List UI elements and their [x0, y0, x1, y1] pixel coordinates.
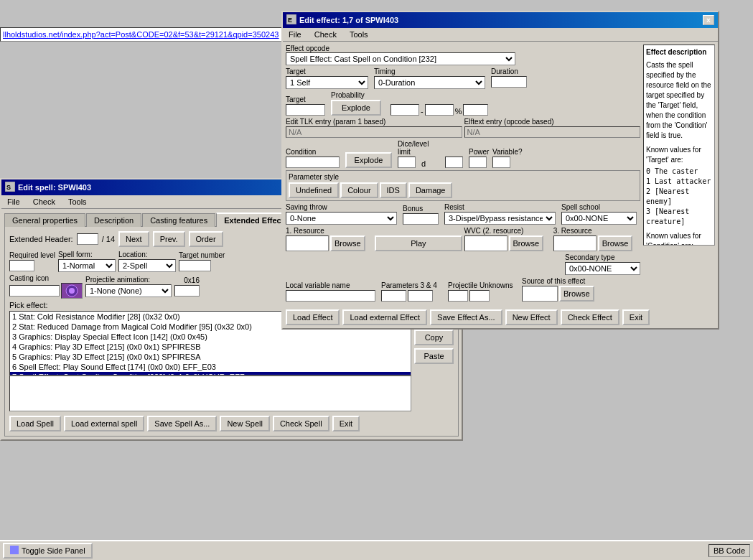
- variable-label: Variable?: [492, 148, 514, 156]
- spell-school-group: Spell school 0x00-NONE: [561, 203, 640, 225]
- power-input[interactable]: 4: [469, 157, 487, 168]
- casting-icon-svg: [65, 284, 79, 298]
- target-number-input[interactable]: 5-Self: [179, 260, 211, 271]
- spell-exit-button[interactable]: Exit: [332, 416, 360, 431]
- required-level-input[interactable]: 1: [9, 260, 34, 271]
- target1-label: Target: [286, 67, 372, 75]
- effect-dialog: E Edit effect: 1,7 of SPWI403 × File Che…: [281, 11, 719, 330]
- wvc-input[interactable]: [464, 235, 508, 251]
- toggle-side-panel-button[interactable]: Toggle Side Panel: [3, 543, 93, 559]
- source-browse-button[interactable]: Browse: [559, 286, 594, 302]
- secondary-type-group: Secondary type 0x00-NONE: [565, 253, 640, 275]
- resource1-input-row: YOUR_EFF Browse: [286, 235, 373, 251]
- proj-u2-input[interactable]: 0: [469, 290, 490, 302]
- play-button[interactable]: Play: [375, 235, 462, 251]
- list-item[interactable]: 5 Graphics: Play 3D Effect [215] (0x0 0x…: [10, 352, 411, 362]
- local-var-input[interactable]: [286, 290, 375, 302]
- address-bar[interactable]: llholdstudios.net/index.php?act=Post&COD…: [0, 27, 282, 42]
- next-button[interactable]: Next: [118, 231, 149, 247]
- prev-button[interactable]: Prev.: [153, 231, 185, 247]
- param-damage-button[interactable]: Damage: [408, 182, 453, 198]
- wvc-browse-button[interactable]: Browse: [509, 235, 544, 251]
- resource3-browse-button[interactable]: Browse: [598, 235, 633, 251]
- param3-input[interactable]: 0: [381, 290, 406, 302]
- tab-casting-features[interactable]: Casting features: [142, 213, 215, 227]
- resource3-input[interactable]: [553, 235, 597, 251]
- list-item[interactable]: 3 Graphics: Display Special Effect Icon …: [10, 332, 411, 342]
- param-style-label: Parameter style: [289, 173, 637, 181]
- resource1-input[interactable]: YOUR_EFF: [286, 235, 329, 251]
- load-spell-button[interactable]: Load Spell: [9, 416, 61, 431]
- hex-input[interactable]: [174, 285, 200, 297]
- prob-explode-button[interactable]: Explode: [331, 100, 381, 116]
- condition-explode-button[interactable]: Explode: [345, 152, 392, 168]
- spell-menu-file[interactable]: File: [4, 197, 23, 207]
- ext-header-input[interactable]: 1: [77, 233, 98, 245]
- secondary-type-select[interactable]: 0x00-NONE: [565, 262, 640, 275]
- effect-menu-tools[interactable]: Tools: [347, 29, 371, 39]
- effect-dialog-close[interactable]: ×: [703, 15, 714, 25]
- spell-school-select[interactable]: 0x00-NONE: [561, 212, 637, 225]
- condition-input[interactable]: 0: [286, 157, 340, 168]
- effect-menu-file[interactable]: File: [286, 29, 304, 39]
- target1-select[interactable]: 1 Self: [286, 76, 368, 89]
- tab-description[interactable]: Description: [86, 213, 141, 227]
- list-item[interactable]: 6 Spell Effect: Play Sound Effect [174] …: [10, 362, 411, 372]
- save-effect-as-button[interactable]: Save Effect As...: [430, 309, 502, 325]
- resist-select[interactable]: 3-Dispel/Bypass resistance: [444, 212, 556, 225]
- description-title: Effect description: [646, 47, 712, 57]
- param-undefined-button[interactable]: Undefined: [289, 182, 339, 198]
- prob-to-input[interactable]: 100: [425, 104, 454, 116]
- toggle-side-panel-icon: [10, 546, 19, 556]
- resource1-browse-button[interactable]: Browse: [330, 235, 365, 251]
- effect-exit-button[interactable]: Exit: [622, 309, 650, 325]
- proj-u1-input[interactable]: 0: [448, 290, 468, 302]
- location-label: Location:: [118, 251, 176, 258]
- timing2-input[interactable]: 0: [463, 104, 488, 116]
- paste-effect-button[interactable]: Paste: [414, 348, 454, 364]
- target-number-group: Target number 5-Self: [179, 251, 225, 271]
- copy-effect-button[interactable]: Copy: [414, 330, 454, 345]
- order-button[interactable]: Order: [189, 231, 223, 247]
- param-colour-button[interactable]: Colour: [340, 182, 378, 198]
- effect-menu-check[interactable]: Check: [312, 29, 340, 39]
- opcode-select[interactable]: Spell Effect: Cast Spell on Condition [2…: [286, 52, 515, 65]
- new-effect-button[interactable]: New Effect: [505, 309, 558, 325]
- duration-label: Duration: [491, 67, 548, 75]
- variable-input[interactable]: 0: [492, 157, 510, 168]
- target2-input[interactable]: 1: [286, 104, 325, 116]
- load-external-effect-button[interactable]: Load external Effect: [342, 309, 427, 325]
- param-ids-button[interactable]: IDS: [380, 182, 407, 198]
- list-item[interactable]: 4 Graphics: Play 3D Effect [215] (0x0 0x…: [10, 342, 411, 352]
- timing-label: Timing: [374, 67, 489, 75]
- prob-from-input[interactable]: 0: [390, 104, 419, 116]
- d2-input[interactable]: 0: [445, 157, 463, 168]
- check-spell-button[interactable]: Check Spell: [273, 416, 329, 431]
- save-spell-as-button[interactable]: Save Spell As...: [147, 416, 217, 431]
- param4-input[interactable]: 0: [408, 290, 433, 302]
- projectile-select[interactable]: 1-None (None): [85, 284, 172, 297]
- saving-throw-select[interactable]: 0-None: [286, 212, 397, 225]
- new-spell-button[interactable]: New Spell: [220, 416, 270, 431]
- source-input[interactable]: [522, 286, 558, 302]
- spell-form-select[interactable]: 1-Normal: [58, 259, 116, 272]
- bonus-input[interactable]: 0: [403, 213, 439, 225]
- timing-select[interactable]: 0-Duration: [374, 76, 485, 89]
- saving-throw-row: Saving throw 0-None Bonus 0 Resist 3-Dis…: [286, 203, 640, 225]
- load-external-spell-button[interactable]: Load external spell: [64, 416, 144, 431]
- casting-icon-input[interactable]: SPWI403B: [9, 285, 60, 297]
- duration-input[interactable]: 60: [491, 76, 527, 88]
- check-effect-button[interactable]: Check Effect: [561, 309, 619, 325]
- params34-group: Parameters 3 & 4 0 0: [381, 281, 446, 302]
- location-select[interactable]: 2-Spell: [118, 259, 176, 272]
- target-val-0: 0 The caster: [646, 167, 712, 177]
- spell-menu-tools[interactable]: Tools: [65, 197, 90, 207]
- load-effect-button[interactable]: Load Effect: [286, 309, 340, 325]
- spell-school-label: Spell school: [561, 203, 640, 211]
- dice-input[interactable]: 0: [398, 157, 416, 168]
- projectile-group: Projectile animation: 1-None (None): [85, 276, 172, 297]
- play-group: Play: [375, 227, 462, 251]
- params34-inputs: 0 0: [381, 290, 446, 302]
- tab-general-properties[interactable]: General properties: [4, 213, 85, 227]
- spell-menu-check[interactable]: Check: [30, 197, 58, 207]
